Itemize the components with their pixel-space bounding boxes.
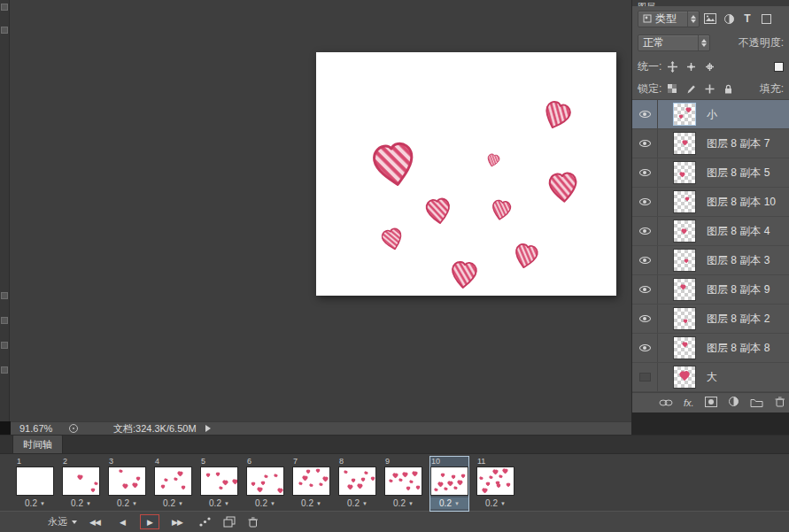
layer-row[interactable]: 小: [632, 100, 789, 129]
unify-visibility-icon[interactable]: [683, 58, 699, 74]
filter-shape-icon[interactable]: [758, 11, 774, 27]
tool-icon[interactable]: [1, 342, 8, 349]
timeline-frame-selected[interactable]: 10 0.2▼: [430, 457, 468, 511]
frame-thumbnail[interactable]: [338, 466, 376, 496]
unify-position-icon[interactable]: [664, 58, 680, 74]
layer-visibility-toggle[interactable]: [632, 275, 658, 304]
layer-row[interactable]: 大: [632, 363, 789, 392]
link-layers-icon[interactable]: [659, 395, 673, 411]
layer-visibility-toggle[interactable]: [632, 217, 658, 245]
timeline-frame[interactable]: 5 0.2▼: [200, 457, 238, 511]
layer-visibility-toggle[interactable]: [632, 158, 658, 187]
tween-button[interactable]: [198, 516, 212, 528]
timeline-frame[interactable]: 6 0.2▼: [246, 457, 284, 511]
frame-delay-selector[interactable]: 0.2▼: [292, 497, 330, 509]
tool-icon[interactable]: [1, 317, 8, 324]
lock-all-icon[interactable]: [720, 81, 736, 96]
layer-thumbnail[interactable]: [673, 132, 696, 155]
blend-mode-select[interactable]: 正常: [638, 35, 710, 51]
layer-visibility-toggle[interactable]: [632, 305, 658, 333]
status-menu-arrow-icon[interactable]: [205, 425, 211, 432]
layer-style-icon[interactable]: fx.: [684, 397, 694, 408]
duplicate-frame-button[interactable]: [223, 516, 236, 528]
kind-filter-select[interactable]: 类型: [638, 11, 700, 27]
previous-frame-button[interactable]: ◀: [112, 514, 132, 529]
layer-thumbnail[interactable]: [673, 278, 696, 301]
frame-delay-selector[interactable]: 0.2▼: [16, 497, 54, 509]
layer-row[interactable]: 图层 8 副本 3: [632, 246, 789, 275]
play-button[interactable]: ▶: [140, 514, 159, 529]
layer-thumbnail[interactable]: [673, 366, 696, 389]
layer-thumbnail[interactable]: [673, 103, 696, 126]
filter-adjustment-icon[interactable]: [721, 11, 737, 27]
frame-thumbnail[interactable]: [200, 466, 238, 496]
filter-type-icon[interactable]: T: [739, 11, 755, 27]
frame-thumbnail[interactable]: [476, 466, 514, 496]
layer-row[interactable]: 图层 8 副本 10: [632, 188, 789, 217]
delete-frame-button[interactable]: [247, 516, 259, 528]
layer-visibility-toggle[interactable]: [632, 188, 658, 216]
layer-visibility-toggle[interactable]: [632, 363, 658, 391]
document-canvas[interactable]: [316, 52, 616, 296]
timeline-frame[interactable]: 1 0.2▼: [16, 457, 54, 511]
frame-thumbnail[interactable]: [62, 466, 100, 496]
layer-thumbnail[interactable]: [673, 161, 696, 184]
layer-row[interactable]: 图层 8 副本 5: [632, 158, 789, 188]
layer-visibility-toggle[interactable]: [632, 246, 658, 274]
layer-thumbnail[interactable]: [673, 336, 696, 359]
frame-delay-selector[interactable]: 0.2▼: [338, 497, 376, 509]
timeline-frame[interactable]: 8 0.2▼: [338, 457, 376, 511]
layer-row[interactable]: 图层 8 副本 2: [632, 305, 789, 334]
timeline-frame[interactable]: 2 0.2▼: [62, 457, 100, 511]
frame-thumbnail[interactable]: [246, 466, 284, 496]
layers-panel-tab[interactable]: 图层: [632, 0, 789, 6]
layer-thumbnail[interactable]: [673, 220, 696, 243]
new-adjustment-layer-icon[interactable]: [728, 395, 739, 411]
layer-visibility-toggle[interactable]: [632, 129, 658, 158]
layer-thumbnail[interactable]: [673, 190, 696, 213]
tab-timeline[interactable]: 时间轴: [12, 435, 63, 453]
frame-thumbnail[interactable]: [384, 466, 422, 496]
frame-delay-selector[interactable]: 0.2▼: [154, 497, 192, 509]
tool-icon[interactable]: [1, 366, 8, 374]
timeline-frame[interactable]: 3 0.2▼: [108, 457, 146, 511]
layer-thumbnail[interactable]: [673, 307, 696, 330]
layer-row[interactable]: 图层 8 副本 9: [632, 275, 789, 305]
layer-thumbnail[interactable]: [673, 249, 696, 272]
layer-row[interactable]: 图层 8 副本 8: [632, 334, 789, 363]
frame-thumbnail[interactable]: [292, 466, 330, 496]
add-layer-mask-icon[interactable]: [705, 395, 717, 411]
frame-thumbnail[interactable]: [430, 466, 468, 496]
frame-delay-selector[interactable]: 0.2▼: [384, 497, 422, 509]
unify-style-icon[interactable]: [701, 58, 717, 74]
frame-thumbnail[interactable]: [154, 466, 192, 496]
layer-visibility-toggle[interactable]: [632, 100, 658, 128]
frame-delay-selector[interactable]: 0.2▼: [476, 497, 514, 509]
timeline-frame[interactable]: 7 0.2▼: [292, 457, 330, 511]
timeline-frame[interactable]: 9 0.2▼: [384, 457, 422, 511]
frame-delay-selector[interactable]: 0.2▼: [108, 497, 146, 509]
frame-delay-selector[interactable]: 0.2▼: [200, 497, 238, 509]
layer-row[interactable]: 图层 8 副本 4: [632, 217, 789, 246]
timeline-frame[interactable]: 4 0.2▼: [154, 457, 192, 511]
filter-pixel-icon[interactable]: [702, 11, 718, 27]
lock-pixels-icon[interactable]: [683, 81, 699, 96]
frame-thumbnail[interactable]: [108, 466, 146, 496]
next-frame-button[interactable]: ▶▶: [167, 514, 187, 529]
delete-layer-icon[interactable]: [774, 395, 785, 411]
frame-delay-selector[interactable]: 0.2▼: [246, 497, 284, 509]
frame-delay-selector[interactable]: 0.2▼: [430, 497, 468, 509]
status-icon[interactable]: [69, 424, 78, 433]
tool-icon[interactable]: [1, 4, 8, 11]
frame-delay-selector[interactable]: 0.2▼: [62, 497, 100, 509]
first-frame-button[interactable]: ◀◀: [85, 514, 104, 529]
zoom-level-field[interactable]: 91.67%: [19, 423, 66, 434]
tool-icon[interactable]: [1, 27, 8, 34]
unify-checkbox[interactable]: [774, 62, 784, 72]
lock-transparency-icon[interactable]: [664, 81, 680, 96]
lock-position-icon[interactable]: [701, 81, 717, 96]
layer-row[interactable]: 图层 8 副本 7: [632, 129, 789, 158]
tool-icon[interactable]: [1, 292, 8, 299]
timeline-frame[interactable]: 11 0.2▼: [476, 457, 514, 511]
loop-count-selector[interactable]: 永远: [48, 515, 77, 528]
